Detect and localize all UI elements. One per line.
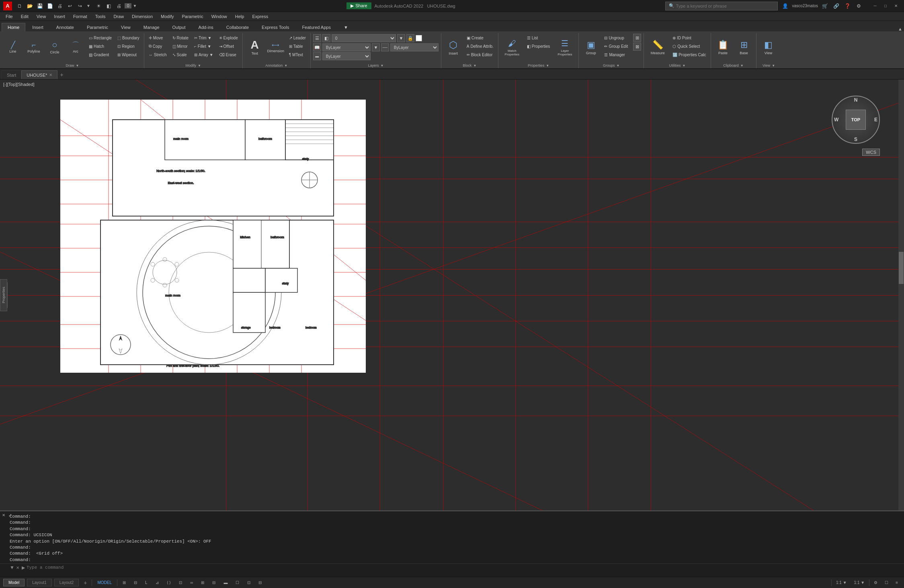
tab-start[interactable]: Start — [2, 70, 21, 79]
linetype-btn[interactable]: ── — [381, 43, 389, 51]
btn-fillet[interactable]: ⌐ Fillet ▼ — [192, 42, 215, 50]
status-qprop[interactable]: ⊡ — [244, 579, 253, 586]
btn-list[interactable]: ☰ List — [525, 34, 552, 42]
account-btn[interactable]: 👤 — [781, 2, 790, 10]
btn-block-editor[interactable]: ✏ Block Editor — [465, 51, 496, 59]
command-input-field[interactable] — [27, 565, 894, 570]
ribbon-minimize-btn[interactable]: ▲ — [898, 27, 902, 31]
settings-btn[interactable]: ⚙ — [854, 2, 863, 10]
color-dropdown-btn[interactable]: ▼ — [372, 43, 380, 51]
btn-measure[interactable]: 📏 Measure — [646, 34, 669, 61]
btn-rotate[interactable]: ↻ Rotate — [170, 34, 191, 42]
status-transp[interactable]: ☐ — [233, 579, 242, 586]
maximize-btn[interactable]: □ — [881, 2, 890, 10]
tab-parametric[interactable]: Parametric — [81, 23, 114, 31]
group-properties-label[interactable]: Properties ▼ — [501, 63, 576, 68]
menu-insert[interactable]: Insert — [50, 12, 69, 21]
command-close-btn[interactable]: ✕ — [1, 512, 6, 518]
btn-boundary[interactable]: ⬚ Boundary — [115, 34, 141, 42]
btn-view[interactable]: ◧ View — [759, 34, 778, 61]
menu-express[interactable]: Express — [248, 12, 272, 21]
tab-express-tools[interactable]: Express Tools — [256, 23, 295, 31]
model-tab[interactable]: Model — [3, 579, 25, 586]
btn-insert[interactable]: ⬡ Insert — [444, 34, 463, 61]
layer-select[interactable]: 0 — [332, 34, 396, 42]
status-viewport-scale[interactable]: 1:1 ▼ — [833, 579, 850, 586]
workspace-btn[interactable]: ☀ — [94, 2, 103, 10]
new-btn[interactable]: 🗋 — [15, 2, 24, 10]
group-groups-label[interactable]: Groups ▼ — [581, 63, 641, 68]
btn-id-point[interactable]: ⊕ ID Point — [670, 34, 708, 42]
tab-uhouse[interactable]: UHOUSE* ✕ — [21, 70, 57, 79]
redo-btn[interactable]: ↪ — [76, 2, 84, 10]
tab-home[interactable]: Home — [2, 23, 25, 31]
btn-group-manager[interactable]: ☰ Manager — [602, 51, 630, 59]
online-btn[interactable]: 🔗 — [832, 2, 840, 10]
btn-stretch[interactable]: ↔ Stretch — [147, 51, 169, 59]
layout1-tab[interactable]: Layout1 — [27, 579, 52, 586]
menu-window[interactable]: Window — [207, 12, 231, 21]
btn-circle[interactable]: ○ Circle — [45, 34, 64, 61]
btn-arc[interactable]: ⌒ Arc — [66, 34, 85, 61]
tab-manage[interactable]: Manage — [137, 23, 166, 31]
status-ortho[interactable]: L — [142, 579, 150, 586]
group-utilities-label[interactable]: Utilities ▼ — [646, 63, 708, 68]
vertical-scrollbar[interactable] — [898, 80, 904, 510]
btn-text[interactable]: A Text — [245, 34, 264, 61]
color-book-btn[interactable]: 📖 — [313, 43, 321, 51]
tab-close-btn[interactable]: ✕ — [49, 73, 52, 77]
menu-help[interactable]: Help — [231, 12, 248, 21]
btn-offset[interactable]: ⇥ Offset — [217, 42, 240, 50]
menu-dimension[interactable]: Dimension — [128, 12, 157, 21]
btn-region[interactable]: ⊡ Region — [115, 42, 141, 50]
group-view-label[interactable]: View ▼ — [759, 63, 779, 68]
print-btn[interactable]: 🖨 — [55, 2, 64, 10]
layer-properties-btn[interactable]: ☰ — [313, 34, 321, 42]
tab-insert[interactable]: Insert — [26, 23, 49, 31]
group-modify-label[interactable]: Modify ▼ — [147, 63, 240, 68]
group-layers-label[interactable]: Layers ▼ — [313, 63, 439, 68]
status-otrack[interactable]: ∞ — [187, 579, 196, 586]
help-btn[interactable]: ❓ — [843, 2, 852, 10]
add-layout-btn[interactable]: + — [81, 579, 89, 587]
tab-add-btn[interactable]: + — [57, 70, 66, 79]
save-as-btn[interactable]: 📄 — [45, 2, 54, 10]
btn-copy[interactable]: ⧉ Copy — [147, 42, 169, 50]
command-resize-btn[interactable]: ⤢ — [7, 512, 13, 518]
dropdown-arrow[interactable]: ▼ — [133, 4, 137, 8]
status-ducs[interactable]: ⊞ — [198, 579, 207, 586]
layer-dropdown-btn[interactable]: ▼ — [397, 34, 405, 42]
group-btn1[interactable]: ⊞ — [633, 34, 641, 42]
status-snap[interactable]: ⊟ — [131, 579, 140, 586]
search-input[interactable] — [676, 4, 765, 8]
btn-erase[interactable]: ⌫ Erase — [217, 51, 240, 59]
btn-group[interactable]: ▣ Group — [581, 34, 601, 61]
btn-array[interactable]: ⊞ Array ▼ — [192, 51, 215, 59]
layer-lock-btn[interactable]: 🔒 — [406, 34, 414, 42]
group-btn2[interactable]: ⊠ — [633, 43, 641, 51]
plot-btn[interactable]: 🖨 — [115, 2, 123, 10]
status-isoplane[interactable]: ⟨ ⟩ — [164, 579, 174, 586]
search-box[interactable]: 🔍 — [665, 2, 778, 10]
status-polar[interactable]: ⊿ — [153, 579, 162, 586]
group-clipboard-label[interactable]: Clipboard ▼ — [713, 63, 754, 68]
menu-modify[interactable]: Modify — [157, 12, 178, 21]
tab-addins[interactable]: Add-ins — [193, 23, 219, 31]
tab-featured-apps[interactable]: Featured Apps — [296, 23, 337, 31]
menu-format[interactable]: Format — [69, 12, 91, 21]
menu-edit[interactable]: Edit — [17, 12, 33, 21]
btn-quick-select[interactable]: ⬡ Quick Select — [670, 42, 708, 50]
linetype-select[interactable]: ByLayer — [390, 43, 439, 51]
undo-btn[interactable]: ↩ — [66, 2, 74, 10]
btn-match-properties[interactable]: 🖌 Match Properties — [501, 34, 523, 61]
save-btn[interactable]: 💾 — [35, 2, 44, 10]
tab-output[interactable]: Output — [166, 23, 192, 31]
lineweight-icon-btn[interactable]: ▬ — [313, 52, 321, 60]
share-button[interactable]: ▶Share — [346, 2, 371, 9]
btn-define-attrib[interactable]: A Define Attrib. — [465, 42, 496, 50]
btn-ungroup[interactable]: ⊟ Ungroup — [602, 34, 630, 42]
btn-dimension[interactable]: ⟷ Dimension — [266, 34, 285, 61]
btn-gradient[interactable]: ▨ Gradient — [87, 51, 114, 59]
btn-group-edit[interactable]: ✏ Group Edit — [602, 42, 630, 50]
open-btn[interactable]: 📂 — [25, 2, 34, 10]
